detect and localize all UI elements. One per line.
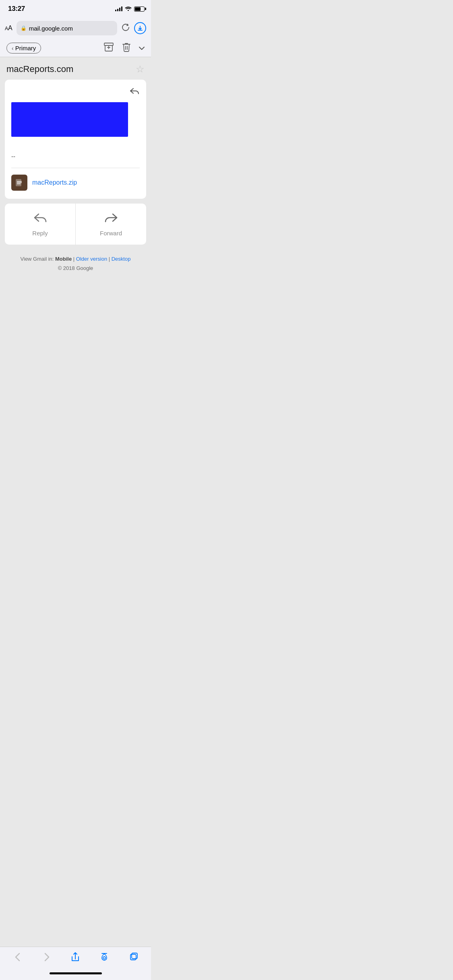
battery-icon [134, 6, 145, 12]
back-button[interactable]: ‹ Primary [6, 43, 41, 54]
email-card-header [11, 86, 140, 97]
back-label: Primary [15, 45, 36, 51]
chevron-left-icon: ‹ [12, 45, 14, 51]
browser-address-bar: AA 🔒 mail.google.com [0, 18, 151, 39]
reply-icon [33, 212, 48, 226]
footer: View Gmail in: Mobile | Older version | … [5, 251, 146, 281]
footer-view-links: View Gmail in: Mobile | Older version | … [11, 254, 140, 264]
separator2: | [107, 256, 112, 262]
quick-reply-icon[interactable] [129, 86, 140, 97]
attachment-file-icon [11, 175, 27, 191]
forward-icon [104, 212, 118, 226]
navigation-bar: ‹ Primary [0, 39, 151, 57]
email-signature: -- [11, 153, 140, 160]
email-sender-row: macReports.com ☆ [5, 64, 146, 75]
status-icons [115, 6, 145, 12]
status-bar: 13:27 [0, 0, 151, 18]
older-version-link[interactable]: Older version [76, 256, 107, 262]
attachment-row[interactable]: macReports.zip [11, 173, 140, 192]
nav-actions [103, 42, 145, 55]
mobile-link[interactable]: Mobile [55, 256, 72, 262]
font-size-button[interactable]: AA [5, 25, 12, 32]
status-time: 13:27 [8, 5, 25, 13]
page-content: macReports.com ☆ -- [0, 57, 151, 288]
copyright-text: © 2018 Google [11, 264, 140, 273]
email-banner [11, 102, 128, 137]
desktop-link[interactable]: Desktop [112, 256, 131, 262]
forward-label: Forward [100, 230, 122, 237]
lock-icon: 🔒 [21, 25, 27, 31]
delete-icon[interactable] [122, 42, 131, 55]
separator1: | [72, 256, 76, 262]
reload-button[interactable] [121, 23, 130, 34]
svg-rect-0 [104, 43, 113, 45]
reply-label: Reply [32, 230, 48, 237]
archive-icon[interactable] [103, 42, 114, 54]
reply-button[interactable]: Reply [5, 204, 76, 245]
attachment-divider [11, 168, 140, 168]
attachment-filename: macReports.zip [32, 179, 77, 186]
email-card: -- macReports.zip [5, 80, 146, 199]
star-icon[interactable]: ☆ [136, 64, 145, 75]
download-button[interactable] [134, 22, 146, 34]
signal-icon [115, 6, 122, 11]
sender-name: macReports.com [6, 64, 73, 74]
forward-button[interactable]: Forward [76, 204, 146, 245]
dropdown-icon[interactable] [139, 45, 145, 51]
url-text: mail.google.com [29, 25, 113, 32]
view-gmail-text: View Gmail in: [21, 256, 55, 262]
url-bar[interactable]: 🔒 mail.google.com [17, 21, 117, 35]
action-card: Reply Forward [5, 204, 146, 245]
wifi-icon [125, 6, 132, 12]
